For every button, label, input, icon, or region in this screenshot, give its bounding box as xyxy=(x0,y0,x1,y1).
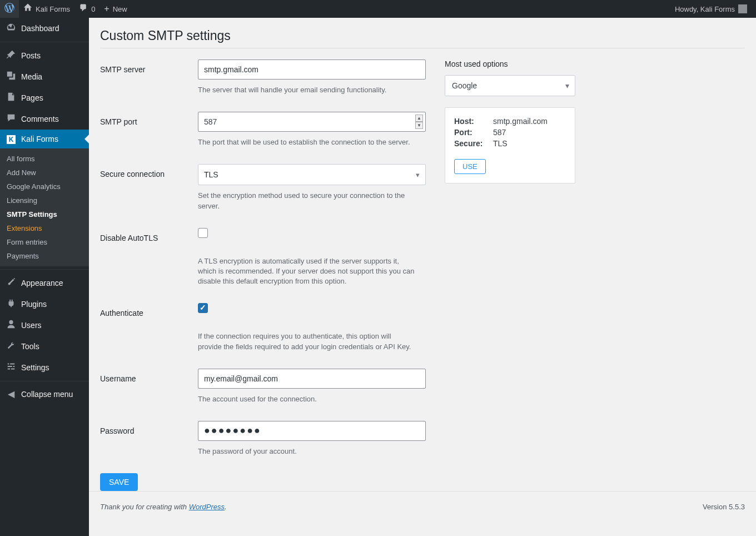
kaliforms-icon: K xyxy=(6,134,17,144)
comments-link[interactable]: 0 xyxy=(74,0,100,18)
authenticate-checkbox[interactable] xyxy=(198,303,208,313)
plug-icon xyxy=(6,298,17,310)
wp-logo[interactable] xyxy=(0,0,19,18)
menu-dashboard[interactable]: Dashboard xyxy=(0,18,89,39)
avatar-icon xyxy=(738,4,747,13)
password-input[interactable]: ●●●●●●●● xyxy=(198,421,426,441)
disable-autotls-help: A TLS encryption is automatically used i… xyxy=(198,256,415,287)
menu-pages[interactable]: Pages xyxy=(0,87,89,108)
menu-collapse[interactable]: ◀ Collapse menu xyxy=(0,384,89,404)
menu-appearance[interactable]: Appearance xyxy=(0,272,89,294)
new-label: New xyxy=(113,5,127,13)
menu-media[interactable]: Media xyxy=(0,66,89,87)
user-icon xyxy=(6,319,17,331)
preset-card: Host:smtp.gmail.com Port:587 Secure:TLS … xyxy=(445,107,575,183)
comment-icon xyxy=(79,3,88,14)
sub-all-forms[interactable]: All forms xyxy=(0,152,89,166)
secure-select[interactable]: TLS xyxy=(198,164,426,185)
smtp-port-help: The port that will be used to establish … xyxy=(198,137,415,147)
account-link[interactable]: Howdy, Kali Forms xyxy=(670,0,752,18)
page-title: Custom SMTP settings xyxy=(100,23,745,46)
collapse-icon: ◀ xyxy=(6,389,17,399)
wordpress-icon xyxy=(4,3,14,15)
username-input[interactable] xyxy=(198,369,426,389)
preset-port-label: Port: xyxy=(454,128,493,137)
site-name-link[interactable]: Kali Forms xyxy=(19,0,74,18)
brush-icon xyxy=(6,277,17,289)
admin-bar: Kali Forms 0 + New Howdy, Kali Forms xyxy=(0,0,756,18)
use-button[interactable]: USE xyxy=(454,159,486,174)
wrench-icon xyxy=(6,340,17,353)
menu-kaliforms[interactable]: K Kali Forms xyxy=(0,130,89,148)
menu-settings[interactable]: Settings xyxy=(0,357,89,378)
preset-host-value: smtp.gmail.com xyxy=(493,117,548,126)
smtp-port-label: SMTP port xyxy=(100,112,198,147)
username-help: The account used for the connection. xyxy=(198,394,415,404)
authenticate-label: Authenticate xyxy=(100,303,198,351)
comments-count: 0 xyxy=(91,5,95,13)
menu-posts[interactable]: Posts xyxy=(0,45,89,66)
smtp-server-help: The server that will handle your email s… xyxy=(198,85,415,95)
greeting-label: Howdy, Kali Forms xyxy=(675,5,735,13)
save-button[interactable]: SAVE xyxy=(100,473,138,491)
sub-payments[interactable]: Payments xyxy=(0,249,89,263)
sub-smtp-settings[interactable]: SMTP Settings xyxy=(0,207,89,221)
smtp-server-input[interactable] xyxy=(198,59,426,80)
preset-secure-label: Secure: xyxy=(454,139,493,148)
media-icon xyxy=(6,71,17,83)
menu-tools[interactable]: Tools xyxy=(0,336,89,357)
password-help: The password of your account. xyxy=(198,446,415,456)
admin-sidebar: Dashboard Posts Media Pages Comments K K… xyxy=(0,18,89,522)
preset-port-value: 587 xyxy=(493,128,506,137)
footer: Thank you for creating with WordPress. V… xyxy=(89,491,756,522)
home-icon xyxy=(23,3,32,14)
disable-autotls-label: Disable AutoTLS xyxy=(100,228,198,287)
page-icon xyxy=(6,92,17,104)
sub-google-analytics[interactable]: Google Analytics xyxy=(0,180,89,193)
pin-icon xyxy=(6,49,17,62)
comment-icon xyxy=(6,113,17,125)
sub-add-new[interactable]: Add New xyxy=(0,166,89,180)
dashboard-icon xyxy=(6,22,17,34)
authenticate-help: If the connection requires you to authen… xyxy=(198,331,415,351)
plus-icon: + xyxy=(104,4,109,14)
most-used-title: Most used options xyxy=(445,59,575,68)
footer-version: Version 5.5.3 xyxy=(703,503,745,511)
sub-extensions[interactable]: Extensions xyxy=(0,221,89,235)
footer-wp-link[interactable]: WordPress xyxy=(189,503,225,511)
menu-comments[interactable]: Comments xyxy=(0,108,89,130)
number-spinner[interactable]: ▲▼ xyxy=(415,115,423,129)
sub-licensing[interactable]: Licensing xyxy=(0,193,89,207)
secure-help: Set the encryption method used to secure… xyxy=(198,191,415,211)
sub-form-entries[interactable]: Form entries xyxy=(0,235,89,249)
secure-label: Secure connection xyxy=(100,164,198,211)
preset-host-label: Host: xyxy=(454,117,493,126)
preset-secure-value: TLS xyxy=(493,139,508,148)
sliders-icon xyxy=(6,361,17,374)
password-label: Password xyxy=(100,421,198,456)
disable-autotls-checkbox[interactable] xyxy=(198,228,208,238)
menu-users[interactable]: Users xyxy=(0,315,89,336)
new-content-link[interactable]: + New xyxy=(100,0,131,18)
submenu-kaliforms: All forms Add New Google Analytics Licen… xyxy=(0,148,89,266)
smtp-server-label: SMTP server xyxy=(100,59,198,95)
site-name-label: Kali Forms xyxy=(36,5,70,13)
footer-thanks-prefix: Thank you for creating with xyxy=(100,503,189,511)
username-label: Username xyxy=(100,369,198,404)
most-used-select[interactable]: Google xyxy=(445,75,575,96)
smtp-port-input[interactable]: 587 ▲▼ xyxy=(198,112,426,132)
menu-plugins[interactable]: Plugins xyxy=(0,294,89,315)
